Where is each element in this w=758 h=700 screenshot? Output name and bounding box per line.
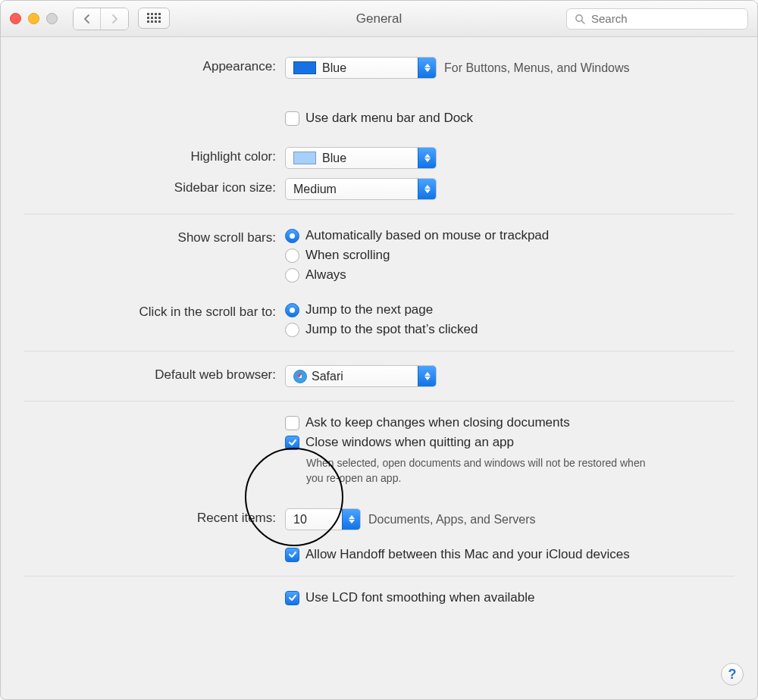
titlebar: General xyxy=(1,1,757,37)
scrollbars-radio-auto[interactable] xyxy=(285,229,299,243)
toolbar-buttons xyxy=(73,8,170,30)
scrollclick-option-1: Jump to the spot that’s clicked xyxy=(305,322,478,337)
dark-menu-label: Use dark menu bar and Dock xyxy=(305,111,473,126)
dark-menu-checkbox[interactable] xyxy=(285,111,299,126)
scrollbars-option-1: When scrolling xyxy=(305,248,390,263)
label-scrollclick: Click in the scroll bar to: xyxy=(23,302,285,320)
separator xyxy=(23,576,735,577)
preferences-window: General Appearance: Blue For Buttons, Me… xyxy=(0,0,758,700)
close-windows-label: Close windows when quitting an app xyxy=(305,435,514,450)
highlight-popup[interactable]: Blue xyxy=(285,147,437,169)
minimize-button[interactable] xyxy=(28,13,39,24)
sidebar-popup[interactable]: Medium xyxy=(285,178,437,200)
scrollbars-radio-scrolling[interactable] xyxy=(285,248,299,263)
row-highlight: Highlight color: Blue xyxy=(23,147,735,169)
chevron-updown-icon xyxy=(418,58,436,78)
recent-popup[interactable]: 10 xyxy=(285,508,361,530)
row-appearance: Appearance: Blue For Buttons, Menus, and… xyxy=(23,57,735,126)
separator xyxy=(23,401,735,402)
show-all-button[interactable] xyxy=(138,8,170,29)
separator xyxy=(23,351,735,352)
appearance-swatch xyxy=(293,61,316,74)
label-sidebar: Sidebar icon size: xyxy=(23,178,285,195)
help-button[interactable]: ? xyxy=(721,663,744,686)
search-field[interactable] xyxy=(566,8,748,30)
label-scrollbars: Show scroll bars: xyxy=(23,228,285,245)
back-button[interactable] xyxy=(74,8,101,30)
sidebar-value: Medium xyxy=(293,183,337,196)
appearance-value: Blue xyxy=(322,61,346,75)
nav-segment xyxy=(73,8,129,30)
traffic-lights xyxy=(10,13,58,24)
recent-value: 10 xyxy=(293,513,307,527)
scrollclick-radio-spot[interactable] xyxy=(285,323,299,337)
row-browser: Default web browser: Safari xyxy=(23,365,735,387)
search-input[interactable] xyxy=(590,11,740,26)
lcd-smoothing-label: Use LCD font smoothing when available xyxy=(305,590,534,605)
row-lcd: Use LCD font smoothing when available xyxy=(23,590,735,605)
search-icon xyxy=(575,14,585,24)
handoff-label: Allow Handoff between this Mac and your … xyxy=(305,547,630,562)
scrollbars-option-0: Automatically based on mouse or trackpad xyxy=(305,228,549,243)
close-windows-checkbox[interactable] xyxy=(285,436,299,450)
svg-line-1 xyxy=(581,20,584,23)
label-browser: Default web browser: xyxy=(23,365,285,383)
row-sidebar: Sidebar icon size: Medium xyxy=(23,178,735,200)
lcd-smoothing-checkbox[interactable] xyxy=(285,591,299,605)
row-scrollbars: Show scroll bars: Automatically based on… xyxy=(23,228,735,283)
browser-popup[interactable]: Safari xyxy=(285,365,437,387)
appearance-popup[interactable]: Blue xyxy=(285,57,437,79)
close-windows-hint: When selected, open documents and window… xyxy=(306,456,655,486)
label-appearance: Appearance: xyxy=(23,57,285,74)
grid-icon xyxy=(147,13,161,23)
label-recent: Recent items: xyxy=(23,508,285,526)
scrollbars-option-2: Always xyxy=(305,267,346,283)
forward-button[interactable] xyxy=(101,8,128,30)
recent-hint: Documents, Apps, and Servers xyxy=(368,513,536,527)
appearance-hint: For Buttons, Menus, and Windows xyxy=(444,61,630,75)
row-recent: Recent items: 10 Documents, Apps, and Se… xyxy=(23,508,735,562)
safari-icon xyxy=(293,370,307,383)
zoom-button[interactable] xyxy=(46,13,58,24)
chevron-updown-icon xyxy=(342,509,360,530)
close-button[interactable] xyxy=(10,13,21,24)
scrollclick-option-0: Jump to the next page xyxy=(305,302,433,317)
chevron-updown-icon xyxy=(418,366,436,386)
handoff-checkbox[interactable] xyxy=(285,548,299,562)
row-scrollclick: Click in the scroll bar to: Jump to the … xyxy=(23,302,735,337)
highlight-value: Blue xyxy=(322,152,346,165)
ask-changes-checkbox[interactable] xyxy=(285,416,299,430)
highlight-swatch xyxy=(293,152,316,164)
browser-value: Safari xyxy=(312,370,343,383)
scrollclick-radio-page[interactable] xyxy=(285,303,299,317)
separator xyxy=(23,214,735,214)
chevron-updown-icon xyxy=(418,148,436,168)
row-documents: Ask to keep changes when closing documen… xyxy=(23,415,735,486)
scrollbars-radio-always[interactable] xyxy=(285,268,299,283)
label-highlight: Highlight color: xyxy=(23,147,285,164)
ask-changes-label: Ask to keep changes when closing documen… xyxy=(305,415,570,430)
content: Appearance: Blue For Buttons, Menus, and… xyxy=(1,37,757,605)
chevron-updown-icon xyxy=(418,179,436,199)
